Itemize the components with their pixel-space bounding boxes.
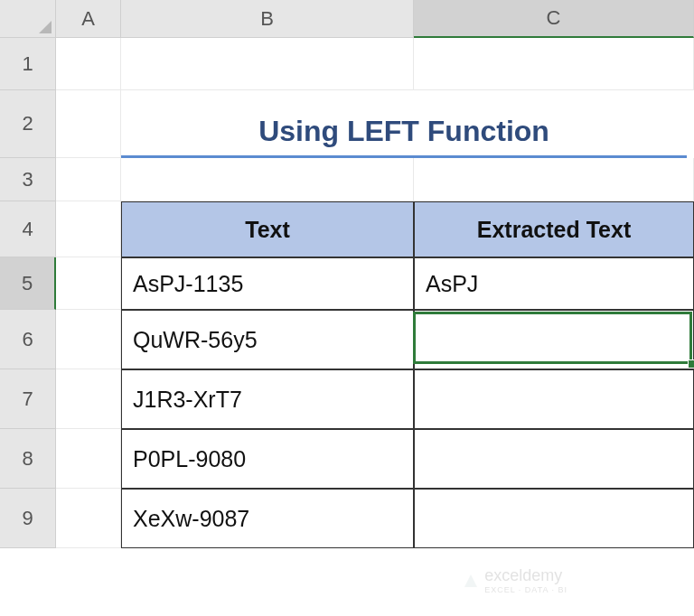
- cell-a3[interactable]: [56, 158, 121, 201]
- table-row[interactable]: AsPJ-1135: [121, 257, 414, 310]
- cell-a1[interactable]: [56, 38, 121, 90]
- cell-a6[interactable]: [56, 310, 121, 369]
- table-row[interactable]: [414, 310, 694, 369]
- table-row[interactable]: J1R3-XrT7: [121, 369, 414, 429]
- row-header-6[interactable]: 6: [0, 310, 56, 369]
- table-row[interactable]: P0PL-9080: [121, 429, 414, 489]
- row-header-9[interactable]: 9: [0, 489, 56, 548]
- select-all-icon: [39, 21, 52, 33]
- table-header-extracted[interactable]: Extracted Text: [414, 201, 694, 257]
- table-row[interactable]: [414, 369, 694, 429]
- cell-c1[interactable]: [414, 38, 694, 90]
- row-header-4[interactable]: 4: [0, 201, 56, 257]
- column-header-a[interactable]: A: [56, 0, 121, 38]
- table-row[interactable]: XeXw-9087: [121, 489, 414, 548]
- table-row[interactable]: AsPJ: [414, 257, 694, 310]
- table-header-text[interactable]: Text: [121, 201, 414, 257]
- row-header-3[interactable]: 3: [0, 158, 56, 201]
- row-header-8[interactable]: 8: [0, 429, 56, 489]
- row-header-5[interactable]: 5: [0, 257, 56, 310]
- table-row[interactable]: [414, 489, 694, 548]
- row-header-2[interactable]: 2: [0, 90, 56, 158]
- cell-a2[interactable]: [56, 90, 121, 158]
- row-header-1[interactable]: 1: [0, 38, 56, 90]
- table-row[interactable]: [414, 429, 694, 489]
- cell-c3[interactable]: [414, 158, 694, 201]
- cell-b3[interactable]: [121, 158, 414, 201]
- svg-marker-0: [39, 21, 52, 33]
- cell-b1[interactable]: [121, 38, 414, 90]
- column-header-b[interactable]: B: [121, 0, 414, 38]
- select-all-corner[interactable]: [0, 0, 56, 38]
- cell-a5[interactable]: [56, 257, 121, 310]
- title-cell[interactable]: Using LEFT Function: [121, 90, 687, 158]
- column-header-c[interactable]: C: [414, 0, 694, 38]
- cell-a8[interactable]: [56, 429, 121, 489]
- cell-a9[interactable]: [56, 489, 121, 548]
- cell-a7[interactable]: [56, 369, 121, 429]
- cell-a4[interactable]: [56, 201, 121, 257]
- table-row[interactable]: QuWR-56y5: [121, 310, 414, 369]
- row-header-7[interactable]: 7: [0, 369, 56, 429]
